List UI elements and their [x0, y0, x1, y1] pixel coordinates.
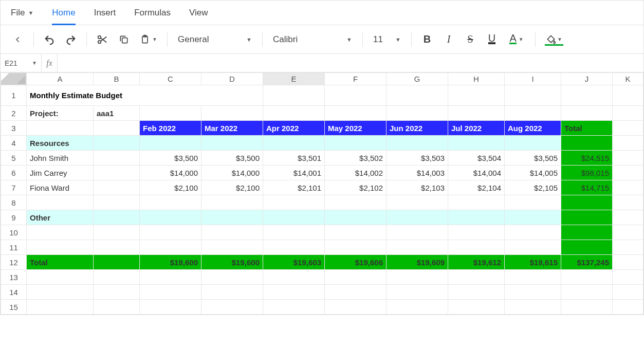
cell[interactable] [613, 180, 643, 195]
cell[interactable] [325, 195, 387, 210]
italic-button[interactable]: I [439, 30, 458, 49]
person-name[interactable]: Fiona Ward [27, 180, 94, 195]
cell[interactable] [387, 106, 448, 121]
month-header[interactable]: Feb 2022 [140, 121, 201, 136]
cell[interactable] [561, 210, 613, 225]
cell[interactable] [387, 210, 448, 225]
cell[interactable] [94, 240, 140, 255]
cell[interactable] [94, 195, 140, 210]
row-header[interactable]: 4 [1, 136, 27, 151]
strikethrough-button[interactable]: S [461, 30, 480, 49]
row-header[interactable]: 8 [1, 195, 27, 210]
cell[interactable] [505, 136, 561, 151]
menu-home[interactable]: Home [52, 1, 75, 25]
col-header[interactable]: E [263, 73, 325, 85]
cell[interactable] [561, 195, 613, 210]
cell[interactable] [505, 106, 561, 121]
person-name[interactable]: John Smith [27, 151, 94, 166]
cell[interactable] [94, 225, 140, 240]
cell[interactable] [561, 285, 613, 300]
row-total[interactable]: $98,015 [561, 166, 613, 180]
cell[interactable] [613, 106, 643, 121]
cell[interactable]: $14,000 [201, 166, 263, 180]
cell[interactable] [505, 225, 561, 240]
cell[interactable] [448, 195, 505, 210]
cell[interactable] [140, 136, 201, 151]
cell[interactable] [94, 151, 140, 166]
cell[interactable]: $3,504 [448, 151, 505, 166]
cell[interactable] [325, 136, 387, 151]
cell[interactable] [27, 240, 94, 255]
cell[interactable] [613, 240, 643, 255]
cell[interactable] [27, 225, 94, 240]
cell[interactable] [140, 285, 201, 300]
row-header[interactable]: 3 [1, 121, 27, 136]
cell[interactable] [387, 285, 448, 300]
month-header[interactable]: Apr 2022 [263, 121, 325, 136]
col-total[interactable]: $19,603 [263, 255, 325, 270]
cell[interactable] [448, 270, 505, 285]
col-total[interactable]: $19,600 [201, 255, 263, 270]
cell[interactable]: $3,500 [140, 151, 201, 166]
col-total[interactable]: $19,609 [387, 255, 448, 270]
cell[interactable]: $2,101 [263, 180, 325, 195]
month-header[interactable]: May 2022 [325, 121, 387, 136]
cell[interactable] [140, 240, 201, 255]
cell[interactable] [94, 285, 140, 300]
cell[interactable] [448, 240, 505, 255]
copy-button[interactable] [115, 30, 133, 49]
cell[interactable] [263, 300, 325, 315]
cell[interactable]: $3,500 [201, 151, 263, 166]
cell[interactable] [561, 270, 613, 285]
cell[interactable] [263, 85, 325, 106]
cell[interactable] [140, 300, 201, 315]
row-header[interactable]: 15 [1, 300, 27, 315]
cell[interactable]: $2,105 [505, 180, 561, 195]
cell[interactable] [387, 270, 448, 285]
name-box[interactable]: E21 ▼ [1, 54, 42, 72]
cell[interactable] [263, 106, 325, 121]
cell[interactable] [94, 180, 140, 195]
cell[interactable] [448, 300, 505, 315]
cell[interactable] [561, 106, 613, 121]
menu-formulas[interactable]: Formulas [134, 1, 171, 25]
back-button[interactable] [9, 30, 27, 49]
cell[interactable] [613, 255, 643, 270]
col-header[interactable]: J [561, 73, 613, 85]
menu-insert[interactable]: Insert [94, 1, 116, 25]
cell[interactable] [613, 85, 643, 106]
cut-button[interactable] [93, 30, 112, 49]
col-header[interactable]: B [94, 73, 140, 85]
underline-button[interactable]: U [483, 30, 501, 49]
cell[interactable] [387, 195, 448, 210]
cell[interactable] [448, 136, 505, 151]
total-row-label[interactable]: Total [27, 255, 94, 270]
cell[interactable]: Project: [27, 106, 94, 121]
cell[interactable] [613, 270, 643, 285]
cell[interactable] [505, 300, 561, 315]
cell[interactable] [140, 195, 201, 210]
cell[interactable] [613, 151, 643, 166]
total-header[interactable]: Total [561, 121, 613, 136]
redo-button[interactable] [62, 30, 80, 49]
menu-file[interactable]: File ▼ [11, 1, 33, 25]
row-total[interactable]: $14,715 [561, 180, 613, 195]
cell[interactable] [201, 195, 263, 210]
cell[interactable] [263, 225, 325, 240]
cell[interactable] [94, 136, 140, 151]
cell[interactable] [325, 270, 387, 285]
cell[interactable] [613, 121, 643, 136]
col-total[interactable]: $19,612 [448, 255, 505, 270]
cell[interactable]: aaa1 [94, 106, 140, 121]
row-header[interactable]: 9 [1, 210, 27, 225]
row-header[interactable]: 6 [1, 166, 27, 180]
cell[interactable] [201, 210, 263, 225]
cell[interactable]: $3,505 [505, 151, 561, 166]
col-header[interactable]: F [325, 73, 387, 85]
row-header[interactable]: 1 [1, 85, 27, 106]
cell[interactable] [140, 210, 201, 225]
month-header[interactable]: Mar 2022 [201, 121, 263, 136]
month-header[interactable]: Jul 2022 [448, 121, 505, 136]
cell[interactable] [94, 166, 140, 180]
section-header[interactable]: Resources [27, 136, 94, 151]
